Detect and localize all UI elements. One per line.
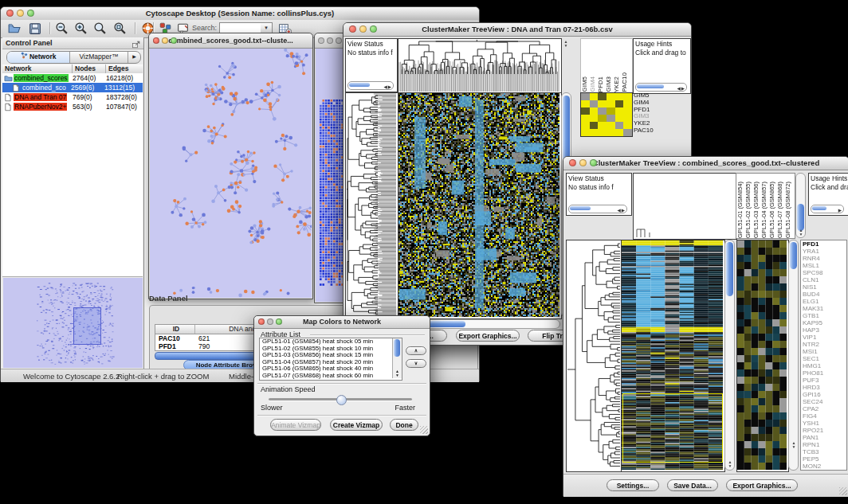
zoom-fit-icon[interactable] bbox=[113, 21, 127, 35]
tv1-column-dendrogram[interactable] bbox=[398, 38, 562, 94]
zoom-matrix-cell[interactable] bbox=[607, 93, 615, 100]
zoom-matrix-cell[interactable] bbox=[598, 115, 607, 122]
animate-vizmap-button[interactable]: Animate Vizmap bbox=[270, 419, 321, 431]
network-grid-canvas[interactable] bbox=[316, 49, 344, 302]
tv1-export-graphics-button[interactable]: Export Graphics... bbox=[456, 330, 520, 342]
treeview1-titlebar[interactable]: ClusterMaker TreeView : DNA and Tran 07-… bbox=[344, 23, 691, 37]
minimize-button[interactable] bbox=[359, 25, 367, 33]
zoom-matrix-cell[interactable] bbox=[623, 122, 632, 129]
close-button[interactable] bbox=[318, 37, 324, 44]
close-button[interactable] bbox=[258, 318, 265, 325]
zoom-matrix-cell[interactable] bbox=[607, 129, 615, 136]
zoom-matrix-cell[interactable] bbox=[598, 122, 607, 129]
minimize-button[interactable] bbox=[17, 10, 24, 17]
main-titlebar[interactable]: Cytoscape Desktop (Session Name: collins… bbox=[1, 7, 479, 21]
tv2-settings-button[interactable]: Settings... bbox=[607, 479, 659, 491]
minimize-button[interactable] bbox=[327, 37, 333, 44]
attribute-list-scrollbar[interactable]: ▲▼ bbox=[392, 338, 402, 378]
tv2-export-graphics-button[interactable]: Export Graphics... bbox=[726, 479, 798, 491]
tv2-selection-rect[interactable] bbox=[622, 393, 723, 463]
minimize-button[interactable] bbox=[579, 159, 587, 166]
resize-grip[interactable] bbox=[839, 487, 847, 495]
zoom-matrix-cell[interactable] bbox=[607, 122, 615, 129]
close-button[interactable] bbox=[349, 25, 356, 33]
zoom-matrix-cell[interactable] bbox=[598, 107, 607, 115]
zoom-matrix-cell[interactable] bbox=[590, 100, 599, 107]
zoom-matrix-cell[interactable] bbox=[598, 129, 607, 136]
zoom-matrix-cell[interactable] bbox=[581, 115, 590, 122]
zoom-matrix-cell[interactable] bbox=[607, 100, 615, 107]
zoom-matrix-cell[interactable] bbox=[590, 107, 599, 115]
tab-vizmapper[interactable]: VizMapper™ bbox=[70, 52, 128, 63]
tv1-row-dendrogram[interactable] bbox=[345, 92, 398, 319]
tv2-row-dendrogram[interactable] bbox=[566, 240, 623, 472]
delete-attribute-icon[interactable] bbox=[191, 309, 205, 322]
zoom-matrix-cell[interactable] bbox=[623, 129, 632, 136]
tv2-column-tree[interactable] bbox=[633, 173, 737, 240]
zoom-matrix-cell[interactable] bbox=[615, 122, 624, 129]
zoom-matrix-cell[interactable] bbox=[623, 100, 632, 107]
resize-grip[interactable] bbox=[420, 426, 428, 434]
minimize-button[interactable] bbox=[267, 318, 273, 325]
zoom-button[interactable] bbox=[276, 318, 282, 325]
tv2-usage-scrollbar[interactable]: ▶ bbox=[811, 205, 844, 213]
attribute-list-item[interactable]: GPL51-07 (GSM868) heat shock 60 min bbox=[260, 373, 402, 380]
float-panel-icon[interactable] bbox=[132, 38, 141, 48]
save-icon[interactable] bbox=[28, 21, 41, 35]
zoom-out-icon[interactable] bbox=[55, 21, 69, 35]
zoom-matrix-cell[interactable] bbox=[590, 115, 599, 122]
tv2-zoom-heatmap[interactable] bbox=[736, 240, 789, 472]
treeview2-titlebar[interactable]: ClusterMaker TreeView : combined_scores_… bbox=[563, 157, 848, 170]
zoom-button[interactable] bbox=[370, 25, 377, 33]
zoom-matrix-cell[interactable] bbox=[623, 107, 632, 115]
tv1-heatmap[interactable] bbox=[398, 92, 562, 319]
tv2-save-data-button[interactable]: Save Data... bbox=[667, 479, 718, 491]
close-button[interactable] bbox=[6, 10, 14, 17]
zoom-matrix-cell[interactable] bbox=[615, 100, 624, 107]
minimize-button[interactable] bbox=[162, 37, 168, 44]
create-vizmap-button[interactable]: Create Vizmap bbox=[330, 419, 383, 431]
zoom-button[interactable] bbox=[171, 37, 177, 44]
zoom-matrix-cell[interactable] bbox=[615, 115, 624, 122]
move-up-button[interactable]: ∧ bbox=[406, 346, 426, 355]
zoom-matrix-cell[interactable] bbox=[623, 93, 632, 100]
tv1-scroll-arrows[interactable]: ▲▼ bbox=[562, 40, 570, 48]
zoom-button[interactable] bbox=[336, 37, 342, 44]
zoom-matrix-cell[interactable] bbox=[598, 93, 607, 100]
attribute-list[interactable]: GPL51-01 (GSM854) heat shock 05 minGPL51… bbox=[259, 338, 402, 381]
zoom-matrix-cell[interactable] bbox=[607, 115, 615, 122]
zoom-matrix-cell[interactable] bbox=[615, 129, 624, 136]
zoom-matrix-cell[interactable] bbox=[598, 100, 607, 107]
close-button[interactable] bbox=[153, 37, 159, 44]
network-canvas[interactable] bbox=[150, 49, 312, 298]
network-table-row[interactable]: combined_scores2764(0)16218(0) bbox=[2, 73, 143, 83]
attribute-table-icon[interactable] bbox=[156, 309, 170, 322]
tv2-view-status-scrollbar[interactable]: ◀▶ bbox=[568, 205, 627, 213]
zoom-in-icon[interactable] bbox=[74, 21, 88, 35]
tv2-overview-heatmap[interactable] bbox=[621, 240, 725, 472]
zoom-matrix-cell[interactable] bbox=[590, 129, 599, 136]
zoom-matrix-cell[interactable] bbox=[615, 107, 624, 115]
new-attribute-icon[interactable] bbox=[174, 309, 187, 322]
open-file-icon[interactable] bbox=[7, 21, 21, 35]
zoom-selected-icon[interactable] bbox=[93, 21, 107, 35]
network-table-row[interactable]: DNA and Tran 07769(0)183728(0) bbox=[2, 92, 143, 102]
birdseye-view[interactable] bbox=[3, 278, 143, 368]
tab-overflow-arrow[interactable]: ▶ bbox=[128, 52, 140, 63]
network-table-row[interactable]: combined_sco2569(6)13112(15) bbox=[2, 83, 143, 92]
done-button[interactable]: Done bbox=[390, 419, 418, 431]
close-button[interactable] bbox=[569, 159, 576, 166]
network-table-row[interactable]: RNAPuberNov2+563(0)107847(0) bbox=[2, 102, 143, 111]
tv2-label-scrollbar[interactable]: ▲▼ bbox=[795, 173, 806, 238]
tv1-zoom-heatmap[interactable] bbox=[580, 92, 633, 137]
tv2-gene-scrollbar[interactable]: ▲▼ bbox=[788, 240, 799, 471]
zoom-matrix-cell[interactable] bbox=[590, 122, 599, 129]
zoom-matrix-cell[interactable] bbox=[581, 129, 590, 136]
zoom-matrix-cell[interactable] bbox=[623, 115, 632, 122]
zoom-matrix-cell[interactable] bbox=[581, 100, 590, 107]
zoom-matrix-cell[interactable] bbox=[581, 122, 590, 129]
slider-thumb[interactable] bbox=[336, 395, 347, 405]
zoom-matrix-cell[interactable] bbox=[581, 93, 590, 100]
tv1-view-status-scrollbar[interactable]: ◀▶ bbox=[347, 81, 394, 90]
tab-network[interactable]: Network bbox=[7, 52, 70, 63]
